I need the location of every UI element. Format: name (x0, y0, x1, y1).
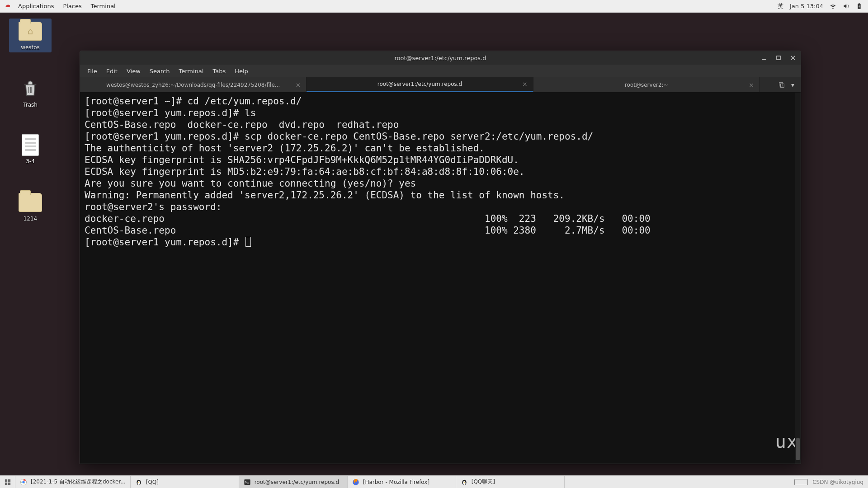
terminal-output[interactable]: [root@server1 ~]# cd /etc/yum.repos.d/ [… (80, 93, 801, 464)
trash-icon (9, 76, 52, 101)
show-desktop-button[interactable] (0, 476, 15, 488)
clock[interactable]: Jan 5 13:04 (790, 3, 823, 9)
terminal-menu-view[interactable]: View (122, 68, 145, 75)
desktop-icon-label: 1214 (9, 215, 52, 224)
taskbar-task[interactable]: [QQ] (131, 476, 239, 488)
terminal-scrollbar[interactable] (795, 93, 801, 464)
svg-rect-0 (762, 59, 766, 60)
svg-rect-2 (779, 82, 783, 86)
penguin-icon (461, 479, 468, 486)
tray-pill-icon[interactable] (794, 479, 808, 485)
terminal-cursor (245, 237, 251, 247)
svg-point-9 (22, 481, 24, 483)
redhat-logo-icon (5, 3, 11, 9)
terminal-tab-label: westos@westos_zyh26:~/Downloads/qq-files… (106, 82, 280, 88)
folder-icon (9, 190, 52, 215)
svg-rect-1 (777, 56, 780, 60)
taskbar-task[interactable]: [Harbor - Mozilla Firefox] (348, 476, 456, 488)
file-icon (9, 132, 52, 158)
terminal-tab[interactable]: root@server1:/etc/yum.repos.d× (307, 77, 533, 92)
desktop-icon-label: 3-4 (9, 158, 52, 166)
taskbar-task-label: [Harbor - Mozilla Firefox] (363, 479, 451, 485)
window-title: root@server1:/etc/yum.repos.d (394, 55, 486, 61)
svg-rect-6 (5, 482, 7, 484)
tab-close-icon[interactable]: × (522, 80, 528, 88)
tab-close-icon[interactable]: × (749, 81, 754, 89)
terminal-tab[interactable]: westos@westos_zyh26:~/Downloads/qq-files… (80, 77, 307, 92)
terminal-menu-terminal[interactable]: Terminal (174, 68, 208, 75)
terminal-tab-label: root@server2:~ (625, 82, 668, 88)
svg-point-12 (138, 481, 138, 481)
terminal-menu-file[interactable]: File (83, 68, 102, 75)
svg-point-17 (463, 481, 465, 485)
terminal-menubar: FileEditViewSearchTerminalTabsHelp (80, 65, 801, 77)
window-titlebar[interactable]: root@server1:/etc/yum.repos.d (80, 51, 801, 65)
panel-menu-terminal[interactable]: Terminal (86, 3, 120, 9)
desktop-icon-westos[interactable]: ⌂westos (9, 19, 52, 52)
chrome-icon (20, 479, 27, 486)
desktop-icon-label: westos (9, 44, 52, 52)
terminal-tab-label: root@server1:/etc/yum.repos.d (377, 81, 462, 87)
panel-menu-places[interactable]: Places (58, 3, 86, 9)
penguin-icon (135, 479, 142, 486)
svg-point-11 (137, 481, 140, 485)
tab-close-icon[interactable]: × (296, 81, 301, 89)
taskbar-task-label: root@server1:/etc/yum.repos.d (255, 479, 343, 485)
svg-rect-5 (8, 479, 10, 481)
terminal-tabbar: westos@westos_zyh26:~/Downloads/qq-files… (80, 77, 801, 93)
tab-menu-chevron-icon[interactable]: ▾ (791, 81, 794, 89)
csdn-watermark: CSDN @uikotygiug (812, 479, 863, 485)
folder-home-icon: ⌂ (9, 19, 52, 44)
desktop-icon-3-4[interactable]: 3-4 (9, 132, 52, 166)
desktop-icon-trash[interactable]: Trash (9, 76, 52, 110)
new-tab-icon[interactable] (778, 82, 785, 88)
taskbar-task-label: [2021-1-5 自动化运维课程之docker... (31, 478, 126, 486)
close-button[interactable] (788, 53, 798, 63)
desktop-icon-label: Trash (9, 101, 52, 110)
terminal-menu-tabs[interactable]: Tabs (208, 68, 230, 75)
svg-rect-4 (5, 479, 7, 481)
taskbar-task[interactable]: [QQ聊天] (456, 476, 565, 488)
wallpaper-watermark: ux (775, 436, 798, 447)
svg-point-19 (464, 481, 465, 481)
svg-rect-14 (244, 479, 250, 485)
terminal-tab[interactable]: root@server2:~× (533, 77, 760, 92)
volume-icon[interactable] (843, 3, 849, 9)
battery-icon[interactable] (856, 3, 863, 9)
maximize-button[interactable] (774, 53, 783, 63)
minimize-button[interactable] (759, 53, 769, 63)
wifi-icon[interactable] (830, 3, 836, 9)
terminal-menu-edit[interactable]: Edit (102, 68, 122, 75)
svg-point-13 (139, 481, 139, 481)
bottom-taskbar: [2021-1-5 自动化运维课程之docker...[QQ]root@serv… (0, 475, 868, 488)
taskbar-task-label: [QQ] (146, 479, 234, 485)
firefox-icon (352, 479, 359, 486)
terminal-icon (244, 479, 251, 486)
svg-rect-3 (780, 84, 784, 87)
taskbar-task[interactable]: [2021-1-5 自动化运维课程之docker... (15, 476, 131, 488)
terminal-window: root@server1:/etc/yum.repos.d FileEditVi… (80, 51, 801, 464)
svg-point-18 (463, 481, 464, 481)
taskbar-task-label: [QQ聊天] (472, 478, 560, 486)
gnome-top-panel: Applications Places Terminal 英 Jan 5 13:… (0, 0, 868, 13)
svg-rect-7 (8, 482, 10, 484)
ime-indicator[interactable]: 英 (778, 2, 783, 10)
terminal-menu-help[interactable]: Help (230, 68, 253, 75)
taskbar-task[interactable]: root@server1:/etc/yum.repos.d (239, 476, 348, 488)
desktop-icon-1214[interactable]: 1214 (9, 190, 52, 224)
terminal-menu-search[interactable]: Search (145, 68, 175, 75)
panel-menu-applications[interactable]: Applications (14, 3, 58, 9)
